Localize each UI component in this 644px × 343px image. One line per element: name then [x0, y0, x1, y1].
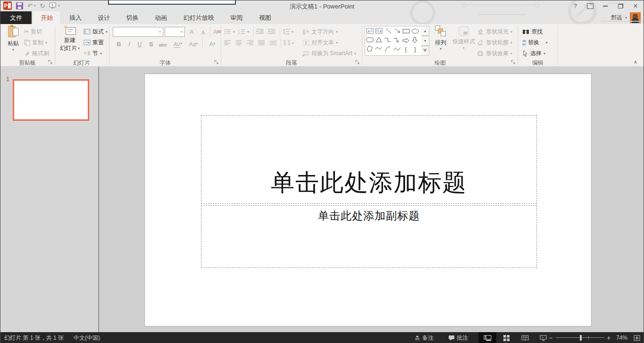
ribbon-display-options-button[interactable] [584, 1, 596, 11]
align-right-button[interactable] [247, 38, 253, 48]
tab-home[interactable]: 开始 [33, 11, 60, 24]
align-center-button[interactable] [235, 38, 242, 48]
layout-button[interactable]: 版式 ▾ [84, 26, 108, 37]
font-dialog-launcher[interactable] [214, 60, 219, 65]
new-slide-button[interactable]: ✳ 新建 幻灯片 ▾ [58, 25, 82, 52]
slide-counter[interactable]: 幻灯片 第 1 张，共 1 张 [4, 332, 64, 343]
save-icon[interactable] [16, 2, 23, 9]
align-text-button[interactable]: 对齐文本 ▾ [302, 37, 338, 48]
character-spacing-button[interactable]: AV ▾ [170, 39, 185, 49]
paragraph-dialog-launcher[interactable] [355, 60, 360, 65]
strikethrough-button[interactable]: abc [157, 39, 168, 49]
arrange-button[interactable]: 排列 ▾ [431, 25, 451, 51]
font-name-combo[interactable]: ▾ [113, 27, 163, 37]
start-slideshow-icon[interactable] [49, 2, 57, 9]
format-painter-button[interactable]: 格式刷 [24, 48, 49, 59]
section-icon: ✳ [84, 50, 91, 56]
drawing-dialog-launcher[interactable] [511, 60, 516, 65]
increase-indent-button[interactable] [268, 26, 275, 37]
close-button[interactable]: × [629, 1, 642, 11]
select-button[interactable]: 选择 ▾ [522, 48, 545, 59]
italic-button[interactable]: I [125, 39, 134, 49]
font-size-combo[interactable]: ▾ [165, 27, 185, 37]
grow-font-label: A [190, 28, 194, 35]
shape-effects-label: 形状效果 [486, 50, 509, 58]
subtitle-placeholder[interactable]: 单击此处添加副标题 [201, 205, 537, 268]
zoom-slider-thumb[interactable] [580, 335, 582, 341]
tab-animations[interactable]: 动画 [148, 11, 174, 24]
replace-button[interactable]: abac 替换 ▾ [522, 37, 548, 48]
clipboard-dialog-launcher[interactable] [48, 60, 53, 65]
tab-design[interactable]: 设计 [91, 11, 117, 24]
section-button[interactable]: ✳ 节 ▾ [84, 48, 102, 59]
restore-button[interactable] [614, 1, 627, 11]
bold-button[interactable]: B [115, 39, 123, 49]
shapes-scroll-up-button[interactable]: ▲ [421, 26, 429, 36]
reset-button[interactable]: 重置 [84, 37, 104, 48]
reading-view-button[interactable] [516, 332, 534, 343]
quick-styles-icon [459, 26, 469, 36]
slide-thumbnail-1[interactable] [13, 79, 89, 121]
tab-insert[interactable]: 插入 [62, 11, 89, 24]
zoom-level-button[interactable]: 74% [616, 332, 627, 343]
grow-font-button[interactable]: Aˆ [187, 26, 198, 37]
justify-button[interactable] [258, 38, 265, 48]
shape-fill-button[interactable]: 形状填充 ▾ [477, 26, 512, 37]
powerpoint-logo-icon[interactable]: P [3, 1, 12, 10]
distribute-button[interactable] [269, 38, 277, 48]
undo-icon[interactable]: ↶ [27, 3, 33, 9]
change-case-button[interactable]: Aa ▾ [186, 39, 201, 49]
columns-button[interactable]: ▾ [284, 38, 294, 48]
collapse-ribbon-button[interactable]: ∧ [634, 59, 637, 65]
shape-outline-button[interactable]: 形状轮廓 ▾ [477, 37, 512, 48]
tab-review[interactable]: 审阅 [223, 11, 250, 24]
quick-styles-button[interactable]: 快速样式 ▾ [452, 25, 476, 50]
tab-file[interactable]: 文件 [0, 11, 32, 24]
title-placeholder[interactable]: 单击此处添加标题 [201, 115, 537, 204]
language-indicator[interactable]: 中文(中国) [74, 332, 100, 343]
cut-button[interactable]: ✂ 剪切 [24, 26, 42, 37]
replace-icon: abac [522, 39, 526, 46]
tab-view[interactable]: 视图 [252, 11, 278, 24]
comments-button[interactable]: 批注 [448, 332, 468, 343]
minimize-button[interactable] [599, 1, 611, 11]
zoom-level-text: 74% [616, 335, 627, 341]
copy-button[interactable]: 复制 ▾ [24, 37, 47, 48]
fit-slide-to-window-button[interactable] [634, 332, 640, 343]
convert-smartart-button[interactable]: 转换为 SmartArt ▾ [302, 48, 356, 59]
decrease-indent-button[interactable] [256, 26, 264, 37]
slide-sorter-view-button[interactable] [497, 332, 515, 343]
underline-button[interactable]: U [135, 39, 144, 49]
numbering-button[interactable]: 12 ▾ [238, 26, 249, 37]
notes-button[interactable]: 备注 [414, 332, 434, 343]
font-color-button[interactable]: A ▾ [205, 39, 219, 49]
distribute-icon [269, 40, 277, 46]
bullets-button[interactable]: ▾ [224, 26, 235, 37]
shapes-scroll-down-button[interactable]: ▼ [421, 36, 429, 46]
slides-group-label: 幻灯片 [55, 59, 108, 67]
user-name[interactable]: 邢远 [611, 14, 622, 22]
align-left-button[interactable] [224, 38, 231, 48]
tab-transitions[interactable]: 切换 [119, 11, 146, 24]
shapes-more-button[interactable]: ▼ [421, 46, 429, 56]
shapes-gallery[interactable]: A A { } [365, 26, 422, 56]
normal-view-button[interactable] [478, 332, 496, 343]
line-spacing-button[interactable]: ▾ [283, 26, 293, 37]
shape-effects-button[interactable]: 形状效果 ▾ [477, 48, 512, 59]
repeat-icon[interactable]: ↻ [40, 3, 45, 9]
font-size-dropdown-icon: ▾ [179, 30, 184, 34]
user-dropdown-icon[interactable]: ▾ [625, 16, 627, 20]
paste-button[interactable]: 粘贴 ▾ [4, 25, 22, 52]
zoom-in-button[interactable]: + [607, 332, 611, 343]
find-button[interactable]: 查找 [522, 26, 543, 37]
text-shadow-button[interactable]: S [147, 39, 155, 49]
help-button[interactable]: ? [569, 1, 581, 11]
undo-dropdown-icon[interactable]: ▾ [34, 4, 36, 8]
zoom-out-button[interactable]: − [549, 332, 552, 343]
text-direction-button[interactable]: A 文字方向 ▾ [302, 26, 338, 37]
slide-canvas[interactable]: 单击此处添加标题 单击此处添加副标题 [144, 74, 592, 326]
shrink-font-button[interactable]: Aˇ [199, 26, 209, 37]
customize-qat-icon[interactable]: ▾ [58, 4, 60, 8]
tab-slideshow[interactable]: 幻灯片放映 [176, 11, 221, 24]
user-avatar[interactable] [630, 12, 641, 23]
